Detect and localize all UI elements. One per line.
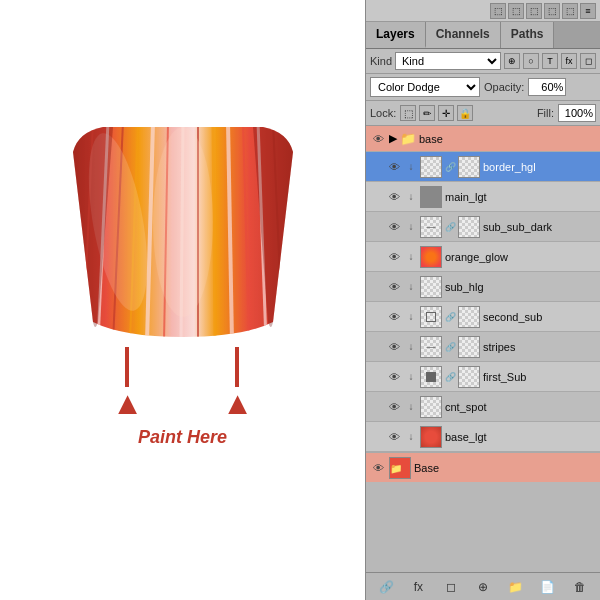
eye-icon-stripes[interactable]: 👁 [386,339,402,355]
thumb-sub-hlg [420,276,442,298]
tabs-row: Layers Channels Paths [366,22,600,49]
link-icon-first-sub: ↓ [405,369,417,385]
panel-icon-2[interactable]: ⬚ [508,3,524,19]
layer-item-cnt-spot[interactable]: 👁 ↓ cnt_spot [366,392,600,422]
filter-row: Kind Kind ⊕ ○ T fx ◻ [366,49,600,74]
layer-mask-icon[interactable]: ◻ [442,578,460,596]
eye-icon-second-sub[interactable]: 👁 [386,309,402,325]
layer-item-orange-glow[interactable]: 👁 ↓ orange_glow [366,242,600,272]
lock-pixel-icon[interactable]: ⬚ [400,105,416,121]
lock-paint-icon[interactable]: ✏ [419,105,435,121]
eye-icon-cnt-spot[interactable]: 👁 [386,399,402,415]
panel-icon-4[interactable]: ⬚ [544,3,560,19]
thumb2-border-hgl [458,156,480,178]
filter-icon-1[interactable]: ⊕ [504,53,520,69]
thumb-orange-glow [420,246,442,268]
layer-name-sub-sub-dark: sub_sub_dark [483,221,552,233]
layers-list: 👁 ▶ 📁 base 👁 ↓ 🔗 border_hgl 👁 ↓ main_lgt… [366,126,600,572]
eye-icon-base[interactable]: 👁 [370,131,386,147]
eye-icon-base-lgt[interactable]: 👁 [386,429,402,445]
link-icon-stripes: ↓ [405,339,417,355]
link-icon-second-sub: ↓ [405,309,417,325]
eye-icon-sub-hlg[interactable]: 👁 [386,279,402,295]
layer-item-main-lgt[interactable]: 👁 ↓ main_lgt [366,182,600,212]
lock-move-icon[interactable]: ✛ [438,105,454,121]
link-layers-icon[interactable]: 🔗 [377,578,395,596]
svg-line-8 [213,122,215,342]
eye-icon-base-group[interactable]: 👁 [370,460,386,476]
chain-icon-stripes: 🔗 [445,339,455,355]
eye-icon-sub-sub-dark[interactable]: 👁 [386,219,402,235]
layer-item-base-lgt[interactable]: 👁 ↓ base_lgt [366,422,600,452]
thumb-main-lgt [420,186,442,208]
thumb-second-sub [420,306,442,328]
opacity-label: Opacity: [484,81,524,93]
chain-icon-border-hgl: 🔗 [445,159,455,175]
layer-style-icon[interactable]: fx [409,578,427,596]
panel-icon-6[interactable]: ≡ [580,3,596,19]
delete-layer-icon[interactable]: 🗑 [571,578,589,596]
new-group-icon[interactable]: 📁 [506,578,524,596]
layer-item-first-sub[interactable]: 👁 ↓ 🔗 first_Sub [366,362,600,392]
link-icon-border-hgl: ↓ [405,159,417,175]
filter-icon-3[interactable]: T [542,53,558,69]
opacity-input[interactable] [528,78,566,96]
layer-name-first-sub: first_Sub [483,371,526,383]
lock-label: Lock: [370,107,396,119]
panel-icon-5[interactable]: ⬚ [562,3,578,19]
lock-row: Lock: ⬚ ✏ ✛ 🔒 Fill: [366,101,600,126]
eye-icon-first-sub[interactable]: 👁 [386,369,402,385]
layer-name-second-sub: second_sub [483,311,542,323]
thumb-cnt-spot [420,396,442,418]
layers-panel: ⬚ ⬚ ⬚ ⬚ ⬚ ≡ Layers Channels Paths Kind K… [365,0,600,600]
thumb-first-sub [420,366,442,388]
folder-icon-base: 📁 [400,131,416,146]
layer-name-base-group: Base [414,462,439,474]
layer-name-border-hgl: border_hgl [483,161,536,173]
thumb-base-lgt [420,426,442,448]
adjustment-layer-icon[interactable]: ⊕ [474,578,492,596]
thumb-border-hgl [420,156,442,178]
chain-icon-first-sub: 🔗 [445,369,455,385]
layer-item-border-hgl[interactable]: 👁 ↓ 🔗 border_hgl [366,152,600,182]
link-icon-sub-hlg: ↓ [405,279,417,295]
layer-group-bottom[interactable]: 👁 📁 Base [366,452,600,482]
layer-item-sub-hlg[interactable]: 👁 ↓ sub_hlg [366,272,600,302]
layer-item-stripes[interactable]: 👁 ↓ — 🔗 stripes [366,332,600,362]
filter-icon-5[interactable]: ◻ [580,53,596,69]
chain-icon-second-sub: 🔗 [445,309,455,325]
cupcake-image [43,122,323,342]
left-arrow: ▲ [112,347,144,419]
paint-here-label: Paint Here [138,427,227,448]
layer-item-second-sub[interactable]: 👁 ↓ 🔗 second_sub [366,302,600,332]
panel-icon-1[interactable]: ⬚ [490,3,506,19]
blend-mode-select[interactable]: Color Dodge [370,77,480,97]
thumb-base-group: 📁 [389,457,411,479]
eye-icon-orange-glow[interactable]: 👁 [386,249,402,265]
filter-icon-4[interactable]: fx [561,53,577,69]
svg-point-14 [153,127,213,317]
layer-item-sub-sub-dark[interactable]: 👁 ↓ — 🔗 sub_sub_dark [366,212,600,242]
thumb2-stripes [458,336,480,358]
tab-paths[interactable]: Paths [501,22,555,48]
tab-layers[interactable]: Layers [366,22,426,48]
layer-name-base-lgt: base_lgt [445,431,487,443]
layer-name-stripes: stripes [483,341,515,353]
link-icon-main-lgt: ↓ [405,189,417,205]
group-header-base[interactable]: 👁 ▶ 📁 base [366,126,600,152]
tab-channels[interactable]: Channels [426,22,501,48]
fill-input[interactable] [558,104,596,122]
filter-icon-2[interactable]: ○ [523,53,539,69]
eye-icon-border-hgl[interactable]: 👁 [386,159,402,175]
lock-all-icon[interactable]: 🔒 [457,105,473,121]
filter-select[interactable]: Kind [395,52,501,70]
canvas-area: ▲ ▲ Paint Here [0,0,365,600]
fill-label: Fill: [537,107,554,119]
chain-icon-sub-sub-dark: 🔗 [445,219,455,235]
thumb-stripes: — [420,336,442,358]
eye-icon-main-lgt[interactable]: 👁 [386,189,402,205]
link-icon-sub-sub-dark: ↓ [405,219,417,235]
panel-icon-3[interactable]: ⬚ [526,3,542,19]
thumb2-second-sub [458,306,480,328]
new-layer-icon[interactable]: 📄 [539,578,557,596]
